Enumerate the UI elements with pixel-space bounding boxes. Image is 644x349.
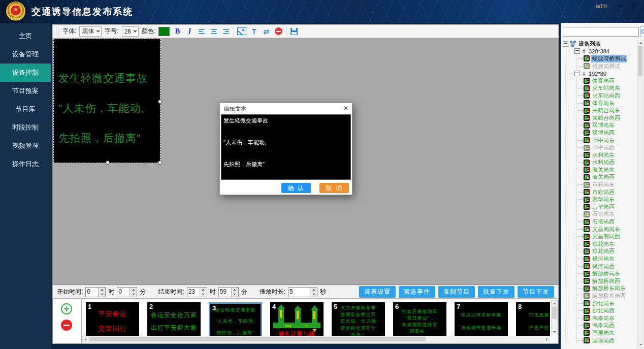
- spin-up-icon[interactable]: [310, 288, 317, 292]
- device-tree-item[interactable]: 来鹤台岗西: [578, 114, 644, 122]
- device-tree-item[interactable]: 解放桥东岗西: [578, 292, 644, 300]
- device-tree-item[interactable]: 琼花岗西: [578, 248, 644, 256]
- spin-up-icon[interactable]: [200, 288, 207, 292]
- program-thumbnail-4[interactable]: 182430请礼让斑马线4: [270, 302, 324, 338]
- align-center-icon[interactable]: [211, 29, 217, 34]
- spin-up-icon[interactable]: [99, 288, 105, 292]
- screen-settings-button[interactable]: 屏幕设置: [359, 286, 396, 298]
- device-tree-item[interactable]: 国展岗西: [578, 337, 644, 344]
- end-hour-value[interactable]: 23: [187, 288, 200, 297]
- spin-up-icon[interactable]: [232, 288, 238, 292]
- program-thumbnail-8[interactable]: 打击改装"炸严查严惩"机8: [516, 302, 550, 338]
- scroll-up-icon[interactable]: [638, 40, 643, 46]
- insert-image-icon[interactable]: [237, 27, 246, 35]
- spin-down-icon[interactable]: [232, 292, 238, 297]
- program-send-button[interactable]: 节目下发: [518, 286, 554, 298]
- program-thumbnail-6[interactable]: 扎实开展电动车"百日整治"，有效预防道路交通事故。6: [393, 302, 446, 338]
- sidebar-item-time-control[interactable]: 时段控制: [0, 118, 51, 137]
- close-button[interactable]: ✕: [630, 1, 639, 10]
- device-tree-item[interactable]: 文昌阁岗西: [578, 233, 644, 240]
- spin-down-icon[interactable]: [310, 292, 317, 297]
- program-horizontal-scrollbar[interactable]: [82, 336, 550, 342]
- program-vertical-scrollbar[interactable]: [551, 300, 558, 335]
- device-tree-item[interactable]: 解放桥岗东: [578, 270, 644, 277]
- copy-program-button[interactable]: 复制节目: [438, 286, 475, 298]
- scroll-up-icon[interactable]: [552, 301, 557, 306]
- duration-spinner[interactable]: 5: [288, 287, 317, 297]
- sidebar-item-operation-log[interactable]: 操作日志: [0, 155, 51, 173]
- bold-icon[interactable]: B: [173, 27, 182, 36]
- end-minute-spinner[interactable]: 59: [218, 287, 239, 297]
- scrollbar-thumb[interactable]: [552, 307, 557, 319]
- device-tree-root[interactable]: 设备列表: [563, 40, 644, 48]
- led-screen-preview[interactable]: 发生轻微交通事故"人未伤，车能动,先拍照，后撤离": [53, 39, 160, 163]
- device-tree-item[interactable]: 海关岗西: [578, 174, 644, 181]
- emergency-event-button[interactable]: 紧急事件: [399, 286, 435, 298]
- device-tree-item[interactable]: 文昌阁岗东: [578, 226, 644, 233]
- program-thumbnail-5[interactable]: 大力开展秋冬季交通安全整治百日会战，全力稳定道路交通安全形势！5: [332, 302, 385, 338]
- device-tree-item[interactable]: 来鹤台岗东: [578, 107, 644, 114]
- program-thumbnail-3[interactable]: 发生轻微交通事故"人未伤，车能动,先拍照，后撤离"3: [209, 302, 262, 338]
- device-tree-item[interactable]: 鸿泰岗东: [578, 314, 644, 322]
- device-tree-item[interactable]: 银河岗西: [578, 263, 644, 270]
- device-tree-item[interactable]: 邗中岗西: [578, 144, 644, 151]
- device-group-320*384[interactable]: #320*384: [569, 48, 644, 55]
- align-right-icon[interactable]: [223, 29, 229, 34]
- resize-handle-bottom[interactable]: [106, 161, 110, 165]
- batch-send-button[interactable]: 批量下发: [478, 286, 514, 298]
- device-tree-item[interactable]: 双博岗西: [578, 129, 644, 137]
- dialog-close-icon[interactable]: ✕: [343, 105, 348, 112]
- device-tree-item[interactable]: 市府岗西: [578, 188, 644, 196]
- sidebar-item-program-plan[interactable]: 节目预案: [0, 82, 51, 100]
- sidebar-item-device-control[interactable]: 设备控制: [0, 64, 51, 82]
- scrollbar-thumb[interactable]: [638, 46, 642, 76]
- device-tree-item[interactable]: 体育岗西: [578, 77, 644, 85]
- device-group-192*80[interactable]: #192*80: [569, 70, 644, 77]
- align-left-icon[interactable]: [199, 29, 205, 34]
- resize-handle-corner[interactable]: [158, 161, 162, 165]
- end-minute-value[interactable]: 59: [219, 288, 231, 297]
- minimize-button[interactable]: —: [616, 1, 625, 10]
- start-hour-value[interactable]: 0: [86, 288, 98, 297]
- remove-program-button[interactable]: [61, 320, 72, 331]
- device-tree-item[interactable]: 维扬岗测试: [578, 62, 644, 70]
- start-minute-value[interactable]: 0: [117, 288, 130, 297]
- scroll-left-icon[interactable]: [83, 336, 88, 342]
- device-tree-item[interactable]: 解放桥岗西: [578, 277, 644, 285]
- duration-value[interactable]: 5: [288, 288, 310, 297]
- device-search-input[interactable]: [563, 27, 639, 37]
- device-tree-item[interactable]: 石塔岗西: [578, 218, 644, 226]
- tree-scrollbar[interactable]: [637, 40, 643, 348]
- device-tree-item[interactable]: 银河岗东: [578, 255, 644, 263]
- resize-handle-right[interactable]: [158, 100, 162, 104]
- device-tree-item[interactable]: 邗中岗东: [578, 137, 644, 144]
- device-tree-item[interactable]: 沙北岗西: [578, 307, 644, 314]
- scrollbar-thumb[interactable]: [89, 337, 426, 341]
- spin-down-icon[interactable]: [130, 292, 137, 297]
- insert-text-icon[interactable]: T: [249, 27, 259, 36]
- device-tree-item[interactable]: 水利岗东: [578, 151, 644, 159]
- color-swatch[interactable]: [158, 27, 170, 36]
- device-tree-item[interactable]: 沙北岗东: [578, 300, 644, 307]
- device-tree-item[interactable]: 国展岗东: [578, 329, 644, 337]
- cancel-button[interactable]: 取 消: [319, 183, 349, 193]
- sidebar-item-device-manage[interactable]: 设备管理: [0, 45, 51, 64]
- program-thumbnail-7[interactable]: 依法治理非标车辆净化城市交通环境7: [455, 302, 508, 338]
- device-tree-item[interactable]: 鸿泰岗西: [578, 322, 644, 330]
- scroll-down-icon[interactable]: [552, 329, 557, 335]
- start-minute-spinner[interactable]: 0: [117, 287, 137, 297]
- italic-icon[interactable]: I: [185, 27, 194, 36]
- dialog-textarea[interactable]: 发生轻微交通事故 "人未伤，车能动, 先拍照，后撤离": [221, 114, 351, 180]
- device-tree-item[interactable]: 双博岗东: [578, 122, 644, 130]
- spin-down-icon[interactable]: [200, 292, 207, 297]
- device-tree-item[interactable]: 螺丝湾桥测试: [578, 55, 644, 62]
- device-tree-item[interactable]: 体育岗东: [578, 100, 644, 107]
- delete-item-icon[interactable]: [275, 27, 282, 35]
- sidebar-item-home[interactable]: 主页: [0, 27, 51, 45]
- device-tree-item[interactable]: 火车站岗西: [578, 92, 644, 100]
- confirm-button[interactable]: 确 认: [281, 183, 311, 193]
- device-tree-item[interactable]: 海关岗东: [578, 166, 644, 174]
- scroll-down-icon[interactable]: [638, 342, 643, 347]
- program-thumbnail-1[interactable]: 平安春运交警同行1: [86, 302, 139, 338]
- device-tree-item[interactable]: 解放桥东岗东: [578, 285, 644, 293]
